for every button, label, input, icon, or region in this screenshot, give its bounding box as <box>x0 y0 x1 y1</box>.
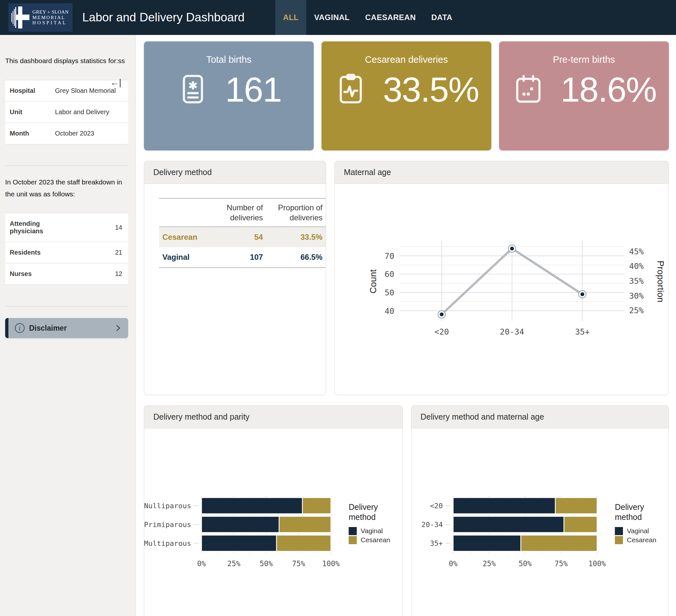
table-row: Attending physicians14 <box>5 213 128 242</box>
svg-text:75%: 75% <box>292 559 305 568</box>
svg-text:100%: 100% <box>588 559 606 568</box>
navbar: GREY + SLOAN MEMORIAL HOSPITAL Labor and… <box>0 0 676 35</box>
legend-title: Delivery method <box>349 502 384 522</box>
svg-text:Proportion: Proportion <box>656 261 666 302</box>
value-box-main: 18.6% <box>512 72 656 107</box>
svg-text:50: 50 <box>385 288 394 297</box>
info-icon: i <box>15 323 24 333</box>
svg-text:50%: 50% <box>518 559 532 568</box>
hospital-cross-icon <box>11 6 30 29</box>
value-box-total-births: Total births161 <box>144 41 314 151</box>
delivery-method-card-title: Delivery method <box>144 161 326 184</box>
legend-item-vaginal: Vaginal <box>615 527 667 535</box>
value-box-value: 18.6% <box>561 72 656 107</box>
svg-text:40: 40 <box>385 306 394 316</box>
legend: Delivery methodVaginalCesarean <box>349 502 400 544</box>
svg-text:Count: Count <box>368 269 378 293</box>
cesarean-swatch <box>349 536 357 544</box>
staff-intro-text: In October 2023 the staff breakdown in t… <box>5 176 128 200</box>
legend-item-cesarean: Cesarean <box>349 536 400 544</box>
table-row: Cesarean5433.5% <box>159 227 326 247</box>
value-box-main: 33.5% <box>334 72 479 107</box>
disclaimer-label: Disclaimer <box>29 324 114 333</box>
hospital-info-table: HospitalGrey Sloan MemorialUnitLabor and… <box>5 80 128 144</box>
value-box-main: 161 <box>176 72 281 107</box>
svg-text:Multiparous: Multiparous <box>144 539 191 547</box>
value-box-title: Total births <box>206 54 251 65</box>
legend-label: Cesarean <box>361 536 390 544</box>
nav-tab-caesarean[interactable]: CAESAREAN <box>357 0 424 35</box>
svg-text:45%: 45% <box>629 247 644 256</box>
legend-label: Vaginal <box>627 527 649 535</box>
maternal-age-card-title: Maternal age <box>335 161 669 184</box>
value-box-value: 161 <box>225 72 281 107</box>
svg-text:0%: 0% <box>449 559 458 568</box>
sidebar: ←| This dashboard displays statistics fo… <box>0 35 136 616</box>
value-box-row: Total births161Cesarean deliveries33.5%P… <box>144 41 669 151</box>
age-method-stacked-bar-chart: <2020-3435+0%25%50%75%100%Delivery metho… <box>411 428 669 616</box>
svg-text:75%: 75% <box>554 559 568 568</box>
file-medical-icon <box>176 72 210 107</box>
main-content: Total births161Cesarean deliveries33.5%P… <box>136 35 676 616</box>
sidebar-divider-2 <box>5 306 128 306</box>
chevron-right-icon <box>114 324 122 332</box>
column-header: Proportion ofdeliveries <box>266 198 326 227</box>
parity-card: Delivery method and parity NulliparousPr… <box>144 405 403 616</box>
table-row: Nurses12 <box>5 263 128 285</box>
hospital-logo: GREY + SLOAN MEMORIAL HOSPITAL <box>8 3 72 32</box>
legend-label: Vaginal <box>361 527 383 535</box>
vaginal-swatch <box>615 527 623 535</box>
table-row: Residents21 <box>5 242 128 263</box>
nav-tabs: ALLVAGINALCAESAREANDATA <box>275 0 460 35</box>
maternal-age-plot: 4050607025%30%35%40%45%<2020-3435+CountP… <box>335 239 669 345</box>
parity-stacked-bar-chart: NulliparousPrimiparousMultiparous0%25%50… <box>144 428 402 616</box>
legend-item-vaginal: Vaginal <box>349 527 400 535</box>
nav-tab-all[interactable]: ALL <box>275 0 306 35</box>
legend-label: Cesarean <box>627 536 656 544</box>
sidebar-collapse-icon[interactable]: ←| <box>110 78 121 88</box>
svg-text:25%: 25% <box>483 559 496 568</box>
maternal-age-card: Maternal age 4050607025%30%35%40%45%<202… <box>334 161 669 395</box>
legend-title: Delivery method <box>615 502 651 522</box>
delivery-method-card: Delivery method Number ofdeliveriesPropo… <box>144 161 326 395</box>
age-method-card: Delivery method and maternal age <2020-3… <box>411 405 669 616</box>
value-box-value: 33.5% <box>383 72 479 107</box>
value-box-title: Cesarean deliveries <box>365 54 448 65</box>
sidebar-intro-text: This dashboard displays statistics for:s… <box>5 55 125 67</box>
agemethod-bars-plot: <2020-3435+0%25%50%75%100% <box>411 493 615 571</box>
svg-text:35%: 35% <box>629 276 644 286</box>
delivery-method-table: Number ofdeliveriesProportion ofdeliveri… <box>159 198 326 268</box>
svg-text:<20: <20 <box>430 502 443 510</box>
table-row: UnitLabor and Delivery <box>5 101 128 123</box>
svg-text:60: 60 <box>385 270 394 279</box>
svg-text:40%: 40% <box>629 262 644 271</box>
sidebar-divider <box>5 166 128 166</box>
parity-bars-plot: NulliparousPrimiparousMultiparous0%25%50… <box>144 493 349 571</box>
legend-item-cesarean: Cesarean <box>615 536 667 544</box>
legend: Delivery methodVaginalCesarean <box>615 502 667 544</box>
svg-text:0%: 0% <box>197 559 206 568</box>
svg-text:100%: 100% <box>322 559 340 568</box>
svg-text:Primiparous: Primiparous <box>144 520 191 529</box>
svg-text:35+: 35+ <box>430 539 443 547</box>
nav-tab-data[interactable]: DATA <box>424 0 460 35</box>
table-row: HospitalGrey Sloan Memorial <box>5 80 128 101</box>
legend-items: VaginalCesarean <box>615 527 667 544</box>
svg-text:70: 70 <box>385 251 394 261</box>
table-row: MonthOctober 2023 <box>5 123 128 144</box>
svg-text:30%: 30% <box>629 291 644 300</box>
page-title: Labor and Delivery Dashboard <box>82 11 244 24</box>
svg-text:25%: 25% <box>629 306 644 315</box>
parity-card-title: Delivery method and parity <box>144 406 402 428</box>
value-box-cesarean-deliveries: Cesarean deliveries33.5% <box>322 41 491 151</box>
svg-text:50%: 50% <box>260 559 273 568</box>
legend-items: VaginalCesarean <box>349 527 400 544</box>
calendar-icon <box>512 72 545 107</box>
value-box-pre-term-births: Pre-term births18.6% <box>499 41 669 151</box>
table-row: Vaginal10766.5% <box>159 247 326 268</box>
age-method-card-title: Delivery method and maternal age <box>411 406 669 428</box>
staff-table: Attending physicians14Residents21Nurses1… <box>5 213 128 285</box>
disclaimer-button[interactable]: i Disclaimer <box>5 318 128 338</box>
nav-tab-vaginal[interactable]: VAGINAL <box>306 0 357 35</box>
svg-text:Nulliparous: Nulliparous <box>144 502 191 510</box>
